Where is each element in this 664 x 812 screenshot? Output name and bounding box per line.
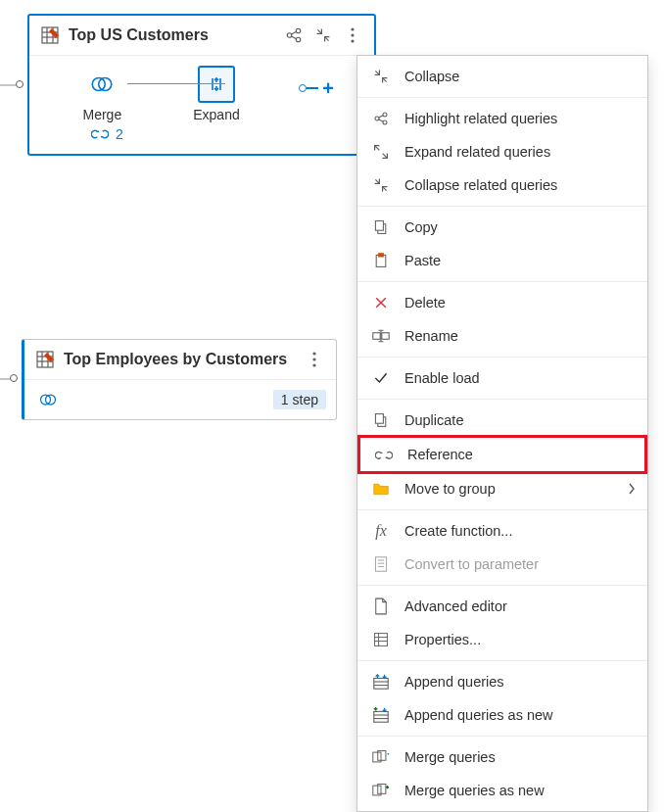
table-query-icon <box>36 350 56 369</box>
menu-highlight-related[interactable]: Highlight related queries <box>357 102 647 135</box>
merge-new-icon <box>371 781 391 800</box>
menu-delete[interactable]: Delete <box>357 286 647 319</box>
context-menu: Collapse Highlight related queries Expan… <box>356 55 648 812</box>
svg-point-11 <box>351 33 354 36</box>
svg-line-8 <box>291 31 296 34</box>
link-count: 2 <box>116 126 123 142</box>
duplicate-icon <box>371 410 391 430</box>
menu-sep <box>357 97 647 98</box>
editor-icon <box>371 597 391 616</box>
menu-append-queries-new[interactable]: Append queries as new <box>357 698 647 732</box>
menu-expand-related[interactable]: Expand related queries <box>357 135 647 168</box>
menu-sep <box>357 585 647 586</box>
paste-icon <box>371 251 391 270</box>
copy-icon <box>371 217 391 237</box>
svg-rect-40 <box>375 414 383 424</box>
append-new-icon <box>371 705 391 725</box>
rename-icon <box>371 326 391 346</box>
menu-collapse-related[interactable]: Collapse related queries <box>357 168 647 202</box>
collapse-icon <box>371 67 391 86</box>
merge-step-icon[interactable] <box>38 390 58 409</box>
menu-move-to-group[interactable]: Move to group <box>357 472 647 505</box>
menu-enable-load[interactable]: Enable load <box>357 361 647 395</box>
related-icon[interactable] <box>284 25 304 45</box>
menu-advanced-editor[interactable]: Advanced editor <box>357 590 647 623</box>
svg-rect-41 <box>375 557 386 571</box>
steps-count-badge: 1 step <box>273 390 326 409</box>
menu-sep <box>357 660 647 661</box>
svg-line-29 <box>379 119 383 121</box>
menu-sep <box>357 399 647 400</box>
connector-dot <box>10 374 18 382</box>
query-canvas: Top US Customers <box>0 0 664 812</box>
menu-create-function[interactable]: fx Create function... <box>357 514 647 548</box>
svg-rect-37 <box>382 333 389 340</box>
menu-sep <box>357 281 647 282</box>
menu-append-queries[interactable]: Append queries <box>357 665 647 698</box>
menu-rename[interactable]: Rename <box>357 319 647 353</box>
parameter-icon <box>371 554 391 574</box>
collapse-icon[interactable] <box>313 25 333 45</box>
node-header-icons <box>284 25 362 45</box>
table-query-icon <box>41 25 61 45</box>
menu-merge-queries[interactable]: Merge queries <box>357 740 647 774</box>
svg-point-7 <box>296 37 301 42</box>
menu-sep <box>357 357 647 358</box>
svg-point-22 <box>312 363 315 366</box>
add-port[interactable]: + <box>299 78 338 98</box>
more-icon[interactable] <box>343 25 362 45</box>
svg-point-6 <box>296 28 301 33</box>
reference-icon <box>374 445 394 464</box>
menu-merge-queries-new[interactable]: Merge queries as new <box>357 774 647 807</box>
node-header: Top Employees by Customers <box>24 340 336 380</box>
steps-row: 1 step <box>24 380 336 419</box>
menu-duplicate[interactable]: Duplicate <box>357 404 647 437</box>
properties-icon <box>371 630 391 649</box>
menu-collapse[interactable]: Collapse <box>357 60 647 93</box>
node-header: Top US Customers <box>29 16 374 56</box>
node-title: Top US Customers <box>69 26 284 44</box>
connector-dot <box>16 80 24 88</box>
svg-rect-49 <box>374 678 388 689</box>
menu-properties[interactable]: Properties... <box>357 623 647 656</box>
step-label: Expand <box>193 107 239 122</box>
link-row[interactable]: 2 <box>29 124 374 154</box>
svg-line-28 <box>379 116 383 118</box>
svg-rect-31 <box>375 221 383 231</box>
svg-point-26 <box>383 113 387 117</box>
function-icon: fx <box>371 521 391 541</box>
more-icon[interactable] <box>305 350 324 369</box>
menu-sep <box>357 206 647 207</box>
menu-sep <box>357 736 647 737</box>
step-label: Merge <box>82 107 121 122</box>
menu-reference[interactable]: Reference <box>360 438 644 471</box>
svg-point-25 <box>375 117 379 120</box>
menu-paste[interactable]: Paste <box>357 244 647 277</box>
collapse-icon <box>371 175 391 195</box>
highlight-box: Reference <box>357 435 647 474</box>
svg-rect-52 <box>374 711 388 722</box>
check-icon <box>371 368 391 388</box>
svg-line-9 <box>291 36 296 39</box>
step-expand[interactable]: Expand <box>182 66 251 122</box>
menu-sep <box>357 509 647 510</box>
expand-icon <box>371 142 391 162</box>
delete-icon <box>371 293 391 312</box>
node-title: Top Employees by Customers <box>64 351 305 368</box>
svg-point-27 <box>383 120 387 124</box>
svg-point-5 <box>287 33 292 38</box>
menu-copy[interactable]: Copy <box>357 211 647 244</box>
svg-point-21 <box>312 358 315 360</box>
node-top-employees[interactable]: Top Employees by Customers 1 step <box>22 339 337 420</box>
svg-point-10 <box>351 27 354 30</box>
append-icon <box>371 672 391 692</box>
folder-icon <box>371 479 391 499</box>
svg-rect-45 <box>375 634 388 646</box>
merge-icon <box>371 747 391 767</box>
link-icon <box>90 124 110 144</box>
related-icon <box>371 109 391 128</box>
step-merge[interactable]: Merge <box>68 66 136 122</box>
menu-convert-parameter: Convert to parameter <box>357 548 647 581</box>
svg-rect-36 <box>373 333 380 340</box>
step-connector <box>127 83 225 84</box>
